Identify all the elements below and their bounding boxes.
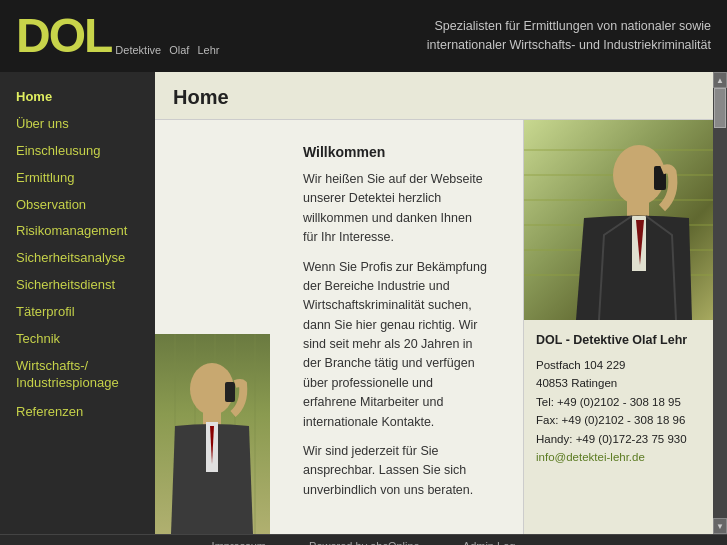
page-title: Home <box>173 86 695 109</box>
page-wrapper: D O L Detektive Olaf Lehr Spezialisten f… <box>0 0 727 545</box>
nav-item-observation[interactable]: Observation <box>10 192 155 219</box>
contact-tel: Tel: +49 (0)2102 - 308 18 95 <box>536 393 701 411</box>
person-svg-right <box>524 120 713 320</box>
svg-rect-10 <box>225 382 235 402</box>
header: D O L Detektive Olaf Lehr Spezialisten f… <box>0 0 727 72</box>
logo-l: L <box>84 12 111 60</box>
scroll-up-icon: ▲ <box>716 76 724 85</box>
vertical-scrollbar[interactable]: ▲ ▼ <box>713 72 727 534</box>
content-text: Willkommen Wir heißen Sie auf der Websei… <box>293 134 505 520</box>
person-image-left <box>155 334 270 534</box>
footer-impressum[interactable]: Impressum <box>212 540 266 546</box>
bottom-bar: Impressum · Powered by abcOnline · Admin… <box>0 534 727 545</box>
logo-o: O <box>49 12 84 60</box>
nav-item-technik[interactable]: Technik <box>10 326 155 353</box>
nav-item-einschleusung[interactable]: Einschleusung <box>10 138 155 165</box>
footer-powered[interactable]: Powered by abcOnline <box>309 540 420 546</box>
tagline-line2: internationaler Wirtschafts- und Industr… <box>427 36 711 55</box>
scroll-down-icon: ▼ <box>716 522 724 531</box>
content-left: Willkommen Wir heißen Sie auf der Websei… <box>155 120 523 534</box>
logo-sub3: Lehr <box>197 44 219 56</box>
header-tagline: Spezialisten für Ermittlungen von nation… <box>427 17 711 55</box>
person-svg-left <box>155 334 270 534</box>
paragraph3: Wir sind jederzeit für Sie ansprechbar. … <box>303 442 489 500</box>
vscroll-up-btn[interactable]: ▲ <box>713 72 727 88</box>
nav-item-ermittlung[interactable]: Ermittlung <box>10 165 155 192</box>
logo-subtitle: Detektive Olaf Lehr <box>115 44 219 60</box>
content-title-bar: Home <box>155 72 713 120</box>
contact-box: DOL - Detektive Olaf Lehr Postfach 104 2… <box>524 320 713 476</box>
logo-dol: D O L <box>16 12 111 60</box>
nav-item-home[interactable]: Home <box>10 84 155 111</box>
section-title: Willkommen <box>303 144 489 160</box>
contact-email[interactable]: info@detektei-lehr.de <box>536 451 645 463</box>
svg-rect-19 <box>627 200 649 218</box>
logo-sub2: Olaf <box>169 44 189 56</box>
footer-admin[interactable]: Admin Log <box>463 540 516 546</box>
content-area: Home <box>155 72 713 534</box>
content-text-inner: Willkommen Wir heißen Sie auf der Websei… <box>303 144 489 500</box>
logo-area: D O L Detektive Olaf Lehr <box>16 12 219 60</box>
nav-item-sicherheitsanalyse[interactable]: Sicherheitsanalyse <box>10 245 155 272</box>
nav-item-ueber-uns[interactable]: Über uns <box>10 111 155 138</box>
contact-fax: Fax: +49 (0)2102 - 308 18 96 <box>536 411 701 429</box>
nav-item-sicherheitsdienst[interactable]: Sicherheitsdienst <box>10 272 155 299</box>
sidebar: Home Über uns Einschleusung Ermittlung O… <box>0 72 155 534</box>
tagline-line1: Spezialisten für Ermittlungen von nation… <box>427 17 711 36</box>
vscroll-thumb[interactable] <box>714 88 726 128</box>
content-right: DOL - Detektive Olaf Lehr Postfach 104 2… <box>523 120 713 534</box>
logo-d: D <box>16 12 49 60</box>
contact-handy: Handy: +49 (0)172-23 75 930 <box>536 430 701 448</box>
logo-sub1: Detektive <box>115 44 161 56</box>
content-body: Willkommen Wir heißen Sie auf der Websei… <box>155 120 713 534</box>
contact-address1: Postfach 104 229 <box>536 356 701 374</box>
footer-sep2: · <box>440 540 443 546</box>
main-wrapper: Home Über uns Einschleusung Ermittlung O… <box>0 72 727 534</box>
nav-item-risikomanagement[interactable]: Risikomanagement <box>10 218 155 245</box>
contact-title: DOL - Detektive Olaf Lehr <box>536 330 701 350</box>
logo-box: D O L Detektive Olaf Lehr <box>16 12 219 60</box>
person-image-right <box>524 120 713 320</box>
vscroll-track[interactable] <box>713 88 727 518</box>
paragraph2: Wenn Sie Profis zur Bekämpfung der Berei… <box>303 258 489 432</box>
paragraph1: Wir heißen Sie auf der Webseite unserer … <box>303 170 489 248</box>
nav-item-taeterprofil[interactable]: Täterprofil <box>10 299 155 326</box>
contact-address2: 40853 Ratingen <box>536 374 701 392</box>
nav-item-referenzen[interactable]: Referenzen <box>10 399 155 426</box>
footer-sep1: · <box>286 540 289 546</box>
nav-item-wirtschafts[interactable]: Wirtschafts-/ Industriespionage <box>10 353 155 397</box>
vscroll-down-btn[interactable]: ▼ <box>713 518 727 534</box>
